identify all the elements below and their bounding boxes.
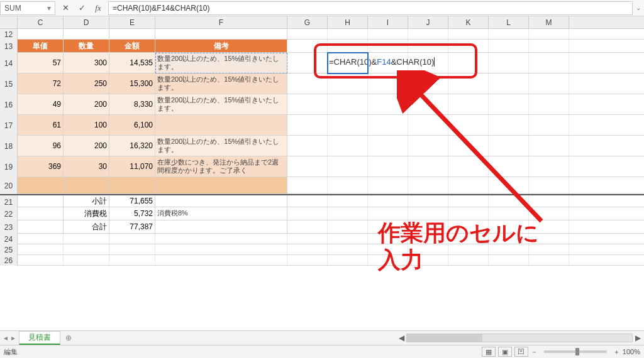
cell[interactable] bbox=[448, 177, 489, 193]
cell[interactable] bbox=[408, 115, 448, 135]
cancel-icon[interactable]: ✕ bbox=[58, 1, 73, 15]
cell[interactable] bbox=[18, 29, 64, 39]
cell[interactable] bbox=[368, 94, 408, 114]
cell[interactable] bbox=[529, 195, 569, 207]
cell[interactable] bbox=[529, 136, 569, 156]
cell[interactable] bbox=[489, 156, 529, 176]
row-header[interactable]: 24 bbox=[0, 234, 18, 244]
tab-prev-icon[interactable]: ▸ bbox=[11, 334, 15, 342]
cell[interactable] bbox=[64, 177, 109, 193]
cell[interactable] bbox=[489, 177, 529, 193]
cell[interactable] bbox=[448, 244, 489, 254]
cell[interactable] bbox=[448, 255, 489, 265]
cell[interactable]: 単価 bbox=[18, 40, 64, 52]
cell[interactable]: 合計 bbox=[64, 220, 109, 233]
row-header[interactable]: 21 bbox=[0, 195, 18, 209]
cell[interactable]: 小計 bbox=[64, 195, 109, 207]
add-sheet-icon[interactable]: ⊕ bbox=[60, 331, 77, 345]
cell[interactable] bbox=[448, 156, 489, 176]
formula-input[interactable]: =CHAR(10)&F14&CHAR(10) bbox=[108, 1, 633, 15]
cell[interactable] bbox=[287, 244, 328, 254]
cell[interactable]: 96 bbox=[18, 136, 64, 156]
cell[interactable] bbox=[287, 136, 328, 156]
scroll-track[interactable] bbox=[406, 334, 633, 342]
cell[interactable] bbox=[368, 207, 408, 220]
grid-area[interactable]: CDEFGHIJKLM 1213単価数量金額備考145730014,535数量2… bbox=[0, 16, 644, 330]
cell[interactable] bbox=[64, 255, 109, 265]
cell[interactable] bbox=[408, 255, 448, 265]
view-normal-icon[interactable]: ▦ bbox=[482, 347, 496, 357]
cell[interactable] bbox=[155, 244, 287, 254]
cell[interactable] bbox=[448, 207, 489, 220]
cell[interactable] bbox=[328, 29, 368, 39]
view-pagebreak-icon[interactable]: 凹 bbox=[514, 347, 528, 357]
col-header-C[interactable]: C bbox=[18, 16, 64, 28]
cell[interactable] bbox=[489, 73, 529, 94]
cell[interactable] bbox=[287, 73, 328, 94]
cell[interactable] bbox=[448, 234, 489, 244]
row-header[interactable]: 13 bbox=[0, 40, 18, 53]
cell[interactable] bbox=[408, 73, 448, 94]
cell[interactable] bbox=[529, 255, 569, 265]
cell[interactable] bbox=[368, 220, 408, 233]
cell[interactable] bbox=[328, 94, 368, 114]
cell[interactable] bbox=[368, 234, 408, 244]
cell[interactable] bbox=[64, 244, 109, 254]
cell[interactable] bbox=[368, 115, 408, 135]
cell[interactable]: 金額 bbox=[109, 40, 155, 52]
cell[interactable] bbox=[529, 73, 569, 94]
cell[interactable] bbox=[109, 255, 155, 265]
cell[interactable] bbox=[287, 207, 328, 220]
cell[interactable]: 6,100 bbox=[109, 115, 155, 135]
cell[interactable] bbox=[328, 156, 368, 176]
cell[interactable] bbox=[408, 244, 448, 254]
enter-icon[interactable]: ✓ bbox=[74, 1, 89, 15]
cell[interactable] bbox=[287, 255, 328, 265]
cell[interactable] bbox=[368, 73, 408, 94]
chevron-down-icon[interactable]: ▾ bbox=[47, 4, 51, 13]
cell[interactable] bbox=[18, 177, 64, 193]
cell[interactable] bbox=[155, 195, 287, 207]
cell[interactable]: 14,535 bbox=[109, 53, 155, 73]
cell[interactable] bbox=[328, 136, 368, 156]
cell[interactable] bbox=[155, 115, 287, 135]
cell[interactable] bbox=[408, 207, 448, 220]
cell[interactable] bbox=[287, 195, 328, 207]
cell[interactable] bbox=[448, 115, 489, 135]
row-header[interactable]: 12 bbox=[0, 29, 18, 40]
cell[interactable] bbox=[408, 234, 448, 244]
cell[interactable] bbox=[529, 115, 569, 135]
row-header[interactable]: 16 bbox=[0, 94, 18, 115]
cell[interactable] bbox=[489, 40, 529, 52]
cell[interactable]: 数量200以上のため、15%値引きいたします。 bbox=[155, 73, 287, 94]
cell[interactable]: 数量200以上のため、15%値引きいたします。 bbox=[155, 136, 287, 156]
scroll-left-icon[interactable]: ◀ bbox=[396, 334, 406, 342]
cell[interactable] bbox=[489, 207, 529, 220]
cell[interactable] bbox=[489, 220, 529, 233]
cell[interactable] bbox=[287, 94, 328, 114]
cell[interactable] bbox=[489, 115, 529, 135]
zoom-out-icon[interactable]: － bbox=[531, 347, 538, 357]
cell[interactable] bbox=[408, 29, 448, 39]
cell[interactable]: 8,330 bbox=[109, 94, 155, 114]
cell[interactable] bbox=[287, 156, 328, 176]
cell[interactable] bbox=[109, 29, 155, 39]
cell[interactable] bbox=[18, 207, 64, 220]
cell[interactable] bbox=[287, 53, 328, 73]
cell[interactable]: 消費税8% bbox=[155, 207, 287, 220]
cell[interactable] bbox=[64, 29, 109, 39]
cell[interactable]: 300 bbox=[64, 53, 109, 73]
cell[interactable] bbox=[64, 234, 109, 244]
row-header[interactable]: 14 bbox=[0, 53, 18, 73]
cell[interactable] bbox=[529, 220, 569, 233]
col-header-K[interactable]: K bbox=[448, 16, 489, 28]
cell[interactable] bbox=[489, 136, 529, 156]
cell[interactable] bbox=[489, 53, 529, 73]
cell[interactable] bbox=[155, 234, 287, 244]
cell[interactable] bbox=[368, 136, 408, 156]
cell[interactable] bbox=[328, 207, 368, 220]
formula-expand-icon[interactable]: ⌄ bbox=[633, 4, 644, 11]
cell[interactable] bbox=[368, 255, 408, 265]
cell[interactable] bbox=[328, 115, 368, 135]
col-header-M[interactable]: M bbox=[529, 16, 569, 28]
